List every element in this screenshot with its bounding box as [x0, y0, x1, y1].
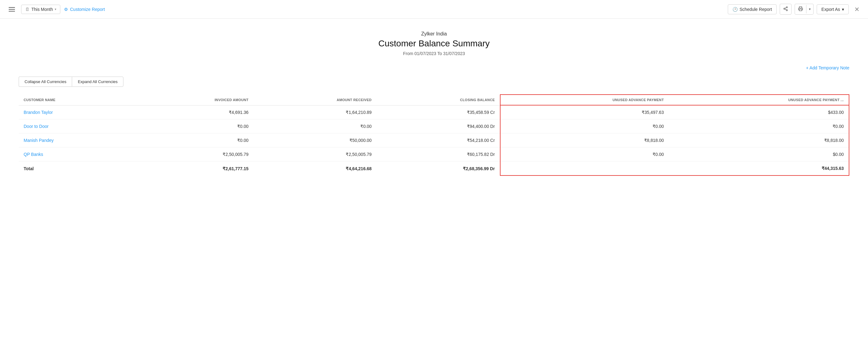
export-button[interactable]: Export As ▾ [817, 4, 849, 14]
topbar-left: 🗓 This Month ▾ ⚙ Customize Report [6, 4, 724, 15]
date-selector[interactable]: 🗓 This Month ▾ [21, 5, 60, 14]
cell-total-received: ₹4,64,216.68 [253, 162, 376, 176]
col-header-closing-balance: CLOSING BALANCE [376, 94, 500, 105]
add-note-label: + Add Temporary Note [806, 65, 849, 70]
clock-icon: 🕐 [733, 7, 738, 12]
svg-point-0 [786, 6, 787, 8]
table-header-row: CUSTOMER NAME INVOICED AMOUNT AMOUNT REC… [19, 94, 849, 105]
cell-unused1: ₹0.00 [500, 147, 669, 162]
expand-currencies-label: Expand All Currencies [78, 79, 118, 84]
share-icon [783, 6, 788, 12]
close-button[interactable]: ✕ [852, 4, 862, 14]
cell-invoiced: ₹2,50,005.79 [133, 147, 254, 162]
share-button[interactable] [780, 4, 792, 15]
cell-closing: ₹54,218.00 Cr [376, 134, 500, 147]
customer-link[interactable]: Door to Door [24, 124, 49, 129]
col-header-unused-advance-2: UNUSED ADVANCE PAYMENT ... [669, 94, 849, 105]
report-date: From 01/07/2023 To 31/07/2023 [19, 51, 849, 56]
svg-point-1 [784, 8, 785, 9]
cell-received: ₹50,000.00 [253, 134, 376, 147]
cell-received: ₹1,64,210.89 [253, 105, 376, 119]
table-row: Door to Door ₹0.00 ₹0.00 ₹94,400.00 Dr ₹… [19, 119, 849, 134]
cell-unused2: ₹0.00 [669, 119, 849, 134]
cell-unused2: $0.00 [669, 147, 849, 162]
cell-customer-name: Door to Door [19, 119, 133, 134]
customer-link[interactable]: Manish Pandey [24, 138, 54, 143]
add-note-area: + Add Temporary Note [19, 65, 849, 70]
col-header-unused-advance-1: UNUSED ADVANCE PAYMENT [500, 94, 669, 105]
cell-customer-name: Manish Pandey [19, 134, 133, 147]
expand-all-currencies-button[interactable]: Expand All Currencies [72, 77, 123, 87]
col-header-customer-name: CUSTOMER NAME [19, 94, 133, 105]
export-label: Export As [822, 7, 840, 12]
svg-rect-5 [799, 9, 802, 10]
cell-received: ₹0.00 [253, 119, 376, 134]
customer-link[interactable]: Brandon Taylor [24, 110, 53, 115]
add-temporary-note-button[interactable]: + Add Temporary Note [806, 65, 849, 70]
main-content: Zylker India Customer Balance Summary Fr… [0, 19, 868, 188]
report-company: Zylker India [19, 31, 849, 37]
chevron-down-icon: ▾ [842, 7, 844, 12]
date-selector-label: This Month [31, 7, 53, 12]
printer-icon [798, 7, 803, 12]
table-row: Brandon Taylor ₹4,691.36 ₹1,64,210.89 ₹3… [19, 105, 849, 119]
chevron-down-icon: ▾ [809, 7, 811, 11]
col-header-invoiced-amount: INVOICED AMOUNT [133, 94, 254, 105]
table-total-row: Total ₹2,61,777.15 ₹4,64,216.68 ₹2,68,35… [19, 162, 849, 176]
customer-link[interactable]: QP Banks [24, 152, 43, 157]
table-wrapper: CUSTOMER NAME INVOICED AMOUNT AMOUNT REC… [19, 94, 849, 176]
topbar-right: 🕐 Schedule Report ▾ [728, 4, 862, 15]
close-icon: ✕ [854, 6, 860, 13]
print-dropdown-button[interactable]: ▾ [806, 5, 813, 13]
report-title: Customer Balance Summary [19, 38, 849, 49]
schedule-report-label: Schedule Report [740, 7, 772, 12]
report-table: CUSTOMER NAME INVOICED AMOUNT AMOUNT REC… [19, 94, 849, 176]
cell-invoiced: ₹0.00 [133, 119, 254, 134]
col-header-amount-received: AMOUNT RECEIVED [253, 94, 376, 105]
hamburger-icon [9, 7, 15, 11]
chevron-down-icon: ▾ [55, 7, 56, 11]
report-header: Zylker India Customer Balance Summary Fr… [19, 31, 849, 56]
cell-unused2: ₹8,818.00 [669, 134, 849, 147]
print-button[interactable] [795, 4, 806, 14]
svg-point-2 [786, 10, 787, 11]
cell-customer-name: Brandon Taylor [19, 105, 133, 119]
svg-line-3 [785, 9, 786, 10]
cell-closing: ₹60,175.82 Dr [376, 147, 500, 162]
print-button-group: ▾ [795, 4, 814, 15]
cell-invoiced: ₹0.00 [133, 134, 254, 147]
cell-total-invoiced: ₹2,61,777.15 [133, 162, 254, 176]
cell-unused1: ₹8,818.00 [500, 134, 669, 147]
table-row: QP Banks ₹2,50,005.79 ₹2,50,005.79 ₹60,1… [19, 147, 849, 162]
cell-closing: ₹35,458.59 Cr [376, 105, 500, 119]
collapse-all-currencies-button[interactable]: Collapse All Currencies [19, 77, 72, 87]
schedule-report-button[interactable]: 🕐 Schedule Report [728, 4, 777, 14]
currency-controls: Collapse All Currencies Expand All Curre… [19, 77, 849, 87]
customize-report-button[interactable]: ⚙ Customize Report [64, 7, 105, 12]
cell-invoiced: ₹4,691.36 [133, 105, 254, 119]
svg-line-4 [785, 7, 786, 8]
cell-received: ₹2,50,005.79 [253, 147, 376, 162]
cell-unused1: ₹35,497.63 [500, 105, 669, 119]
cell-total-closing: ₹2,68,356.99 Dr [376, 162, 500, 176]
cell-unused2: $433.00 [669, 105, 849, 119]
cell-closing: ₹94,400.00 Dr [376, 119, 500, 134]
settings-icon: ⚙ [64, 7, 68, 12]
table-row: Manish Pandey ₹0.00 ₹50,000.00 ₹54,218.0… [19, 134, 849, 147]
collapse-currencies-label: Collapse All Currencies [25, 79, 66, 84]
cell-total-unused1: ₹44,315.63 [500, 162, 849, 176]
customize-report-label: Customize Report [70, 7, 105, 12]
menu-button[interactable] [6, 4, 18, 15]
topbar: 🗓 This Month ▾ ⚙ Customize Report 🕐 Sche… [0, 0, 868, 19]
cell-unused1: ₹0.00 [500, 119, 669, 134]
cell-total-label: Total [19, 162, 133, 176]
cell-customer-name: QP Banks [19, 147, 133, 162]
calendar-icon: 🗓 [25, 7, 30, 12]
